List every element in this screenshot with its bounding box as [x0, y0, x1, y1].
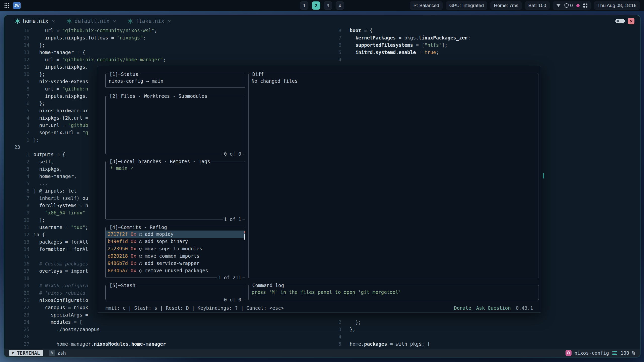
- shield-icon: [565, 3, 569, 8]
- branches-panel[interactable]: [3]─Local branches - Remotes - Tags 1 of…: [105, 161, 245, 219]
- workspace-button-2[interactable]: 2: [312, 2, 320, 10]
- commit-hash: 9486b7d: [108, 260, 128, 267]
- tab-home.nix[interactable]: home.nix×: [15, 18, 55, 24]
- stash-panel[interactable]: [5]─Stash 0 of 0: [105, 285, 245, 300]
- workspace-button-3[interactable]: 3: [324, 2, 332, 10]
- code-text: ...: [33, 180, 48, 187]
- commit-node-icon: ○: [139, 260, 142, 267]
- updates-count: 0: [570, 3, 573, 8]
- line-number: 23: [4, 144, 29, 151]
- scrollbar-thumb[interactable]: [244, 234, 245, 240]
- tab-default.nix[interactable]: default.nix×: [66, 18, 116, 24]
- commit-row[interactable]: d9202180x○move common imports: [106, 252, 245, 260]
- terminal-window: home.nix×default.nix×flake.nix× × 16 url…: [4, 15, 640, 357]
- commit-row[interactable]: 2a239500x○move sops to modules: [106, 245, 245, 252]
- apps-grid-icon[interactable]: [4, 3, 10, 8]
- wifi-icon[interactable]: [556, 4, 561, 8]
- code-text: modules = [: [33, 319, 82, 326]
- code-line: 8boot = {: [329, 27, 640, 34]
- line-number: 13: [4, 238, 29, 246]
- commit-author: 0x: [131, 260, 136, 267]
- line-number: 11: [4, 224, 29, 231]
- diff-panel[interactable]: Diff No changed files: [248, 74, 539, 278]
- line-number: 14: [4, 41, 29, 49]
- options-bar: mmit: c | Stash: s | Reset: D | Keybindi…: [105, 305, 533, 311]
- line-number: 9: [4, 209, 29, 216]
- top-bar-right: P: BalancedGPU: IntegratedHome: 7msBat: …: [410, 1, 640, 10]
- panel-title: Command log: [251, 282, 285, 289]
- code-text: canopus = nixpk: [33, 304, 88, 311]
- files-panel[interactable]: [2]─Files - Worktrees - Submodules 0 of …: [105, 96, 245, 154]
- pane-scroll-indicator[interactable]: [543, 173, 544, 178]
- command-log-panel[interactable]: Command log press 'M' in the files panel…: [248, 285, 539, 300]
- clock[interactable]: Thu Aug 08, 18:16: [594, 1, 640, 10]
- line-number: 6: [4, 100, 29, 107]
- workspace-button-4[interactable]: 4: [336, 2, 344, 10]
- code-text: };: [33, 71, 45, 78]
- code-text: ./hosts/canopus: [33, 326, 100, 333]
- status-panel[interactable]: [1]─Status nixos-config → main: [105, 74, 245, 88]
- line-number: 5: [329, 49, 341, 56]
- code-text: "x86_64-linux": [33, 209, 85, 216]
- line-number: 27: [4, 340, 29, 348]
- commit-message: move common imports: [145, 252, 199, 260]
- tab-label: flake.nix: [136, 18, 164, 24]
- commit-row[interactable]: 2717f2f0x○add mopidy: [106, 231, 245, 238]
- diff-content: No changed files: [249, 74, 539, 85]
- line-number: 4: [4, 114, 29, 122]
- line-number: 5: [329, 340, 341, 348]
- code-line: 27 home-manager.nixosModules.home-manage…: [4, 340, 329, 348]
- window-controls: ×: [615, 18, 634, 24]
- panel-count: 1 of 1: [223, 216, 243, 222]
- tab-label: default.nix: [74, 18, 109, 24]
- grid-icon[interactable]: [583, 3, 588, 8]
- pane-tab-zsh[interactable]: ✎ zsh: [49, 350, 66, 356]
- window-pill-button[interactable]: [615, 19, 625, 23]
- commit-row[interactable]: b49ef1d0x○add sops binary: [106, 238, 245, 245]
- line-number: 19: [4, 282, 29, 289]
- code-text: boot = {: [350, 27, 373, 34]
- window-close-button[interactable]: ×: [628, 18, 634, 24]
- panel-count: 1 of 211: [217, 274, 243, 281]
- commit-message: move sops to modules: [145, 245, 202, 252]
- code-text: home.packages = with pkgs; [: [350, 340, 430, 348]
- commits-panel[interactable]: [4]─Commits - Reflog 1 of 211 2717f2f0x○…: [105, 227, 245, 278]
- code-line: 15 inputs.nixpkgs.follows = "nixpkgs";: [4, 34, 329, 41]
- record-dot-icon[interactable]: [576, 4, 580, 7]
- code-line: 7 kernelPackages = pkgs.linuxPackages_ze…: [329, 34, 640, 41]
- tab-close-button[interactable]: ×: [113, 18, 116, 24]
- commit-row[interactable]: 9486b7d0x○add service-wrapper: [106, 260, 245, 267]
- commit-hash: 2717f2f: [108, 231, 128, 238]
- status-pill-2: GPU: Integrated: [446, 1, 487, 10]
- commit-message: remove unused packages: [145, 267, 208, 274]
- workspace-button-1[interactable]: 1: [300, 2, 308, 10]
- line-number: 2: [4, 158, 29, 165]
- line-number: 11: [4, 63, 29, 71]
- panel-title: [2]─Files - Worktrees - Submodules: [108, 93, 209, 99]
- link-donate[interactable]: Donate: [454, 305, 471, 311]
- line-number: 5: [4, 107, 29, 114]
- tab-close-button[interactable]: ×: [168, 18, 171, 24]
- code-line: 5home.packages = with pkgs; [: [329, 340, 640, 348]
- app-badge[interactable]: JW: [13, 2, 21, 9]
- code-text: inherit (self) ou: [33, 195, 88, 202]
- code-text: };: [350, 319, 361, 326]
- code-text: } @ inputs: let: [33, 187, 77, 195]
- system-tray[interactable]: 0: [553, 1, 591, 10]
- link-ask-question[interactable]: Ask Question: [476, 305, 511, 311]
- code-text: nixpkgs,: [33, 165, 62, 173]
- commit-author: 0x: [131, 267, 136, 274]
- line-number: 1: [4, 136, 29, 144]
- commit-row[interactable]: 8e345a70x○remove unused packages: [106, 267, 245, 274]
- commit-author: 0x: [131, 231, 136, 238]
- commit-node-icon: ○: [139, 245, 142, 252]
- branch-row[interactable]: * main ✓: [106, 165, 245, 172]
- tab-flake.nix[interactable]: flake.nix×: [128, 18, 171, 24]
- scroll-lines-icon: [612, 351, 618, 355]
- line-number: 24: [4, 319, 29, 326]
- panel-title: [3]─Local branches - Remotes - Tags: [108, 158, 211, 165]
- scrollbar-accent[interactable]: [244, 231, 245, 233]
- tab-close-button[interactable]: ×: [52, 18, 55, 24]
- updates-indicator[interactable]: 0: [565, 3, 573, 8]
- pencil-icon: ✎: [49, 350, 55, 356]
